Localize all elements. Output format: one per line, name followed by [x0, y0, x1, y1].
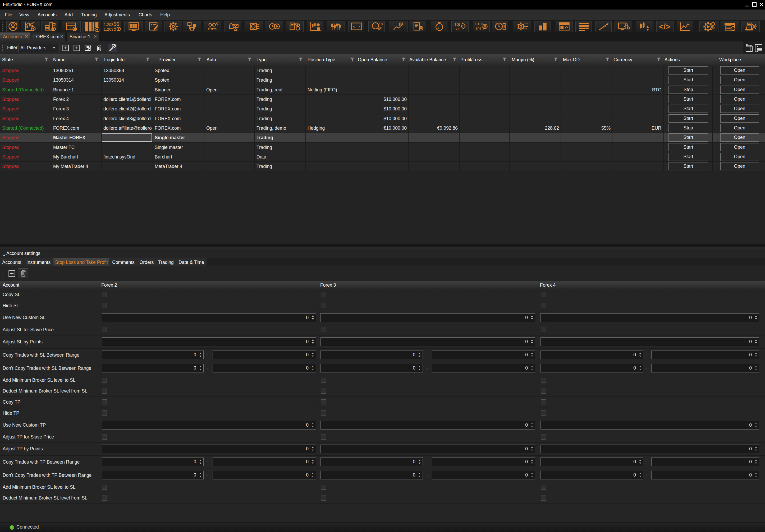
svg-text:1010: 1010 [475, 27, 484, 31]
svg-text:i: i [438, 25, 439, 30]
svg-text:¥£: ¥£ [455, 27, 460, 31]
svg-text:€: € [374, 24, 375, 28]
svg-text:0101: 0101 [475, 22, 484, 26]
svg-text:101: 101 [379, 22, 382, 26]
svg-text:1.20356: 1.20356 [104, 21, 119, 27]
svg-text:€$: €$ [455, 22, 460, 27]
svg-text:1.2035: 1.2035 [104, 26, 116, 32]
svg-text:i: i [504, 24, 505, 29]
svg-text:010: 010 [379, 26, 382, 30]
svg-text:< / >: < / > [353, 25, 363, 30]
svg-text:</>: </> [659, 22, 670, 31]
